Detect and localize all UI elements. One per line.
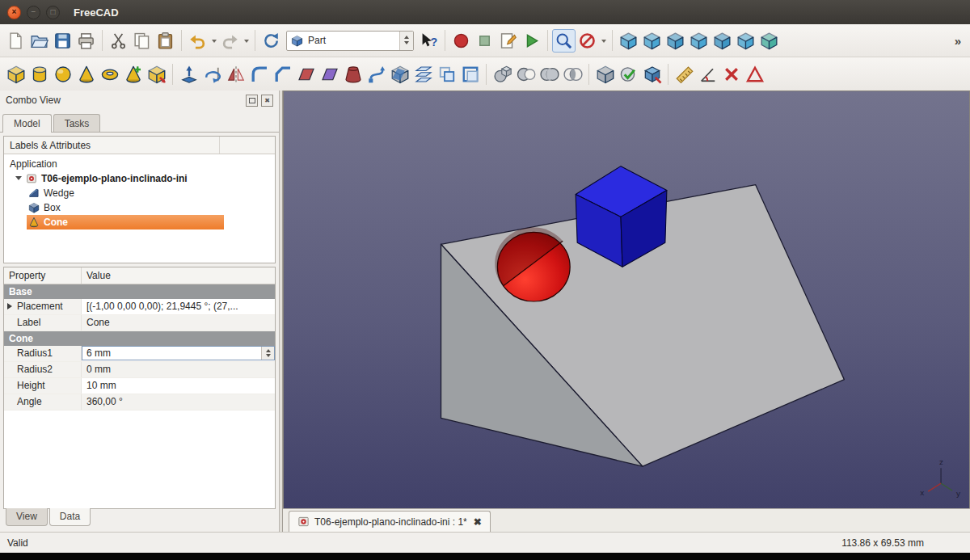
save-button[interactable] (51, 29, 74, 53)
tree-item-box[interactable]: Box (4, 200, 275, 215)
redo-button[interactable] (218, 29, 242, 53)
undo-dropdown[interactable] (209, 29, 218, 53)
box-zoom-button[interactable] (552, 29, 576, 53)
property-row-radius1[interactable]: Radius1 6 mm (4, 346, 275, 362)
radius1-spinbox[interactable]: 6 mm (82, 346, 275, 360)
make-face-button[interactable] (294, 62, 318, 86)
offset-3d-button[interactable] (435, 62, 458, 86)
property-group-base[interactable]: Base (4, 284, 275, 299)
fillet-button[interactable] (247, 62, 271, 86)
view-bottom-button[interactable] (757, 29, 781, 53)
boolean-cut-button[interactable] (514, 62, 538, 86)
mirror-button[interactable] (224, 62, 247, 86)
tree-item-application[interactable]: Application (4, 157, 275, 171)
property-row-height[interactable]: Height 10 mm (4, 378, 275, 394)
create-primitives-button[interactable] (121, 62, 145, 86)
print-button[interactable] (74, 29, 98, 53)
property-row-label[interactable]: Label Cone (4, 315, 275, 331)
tab-tasks[interactable]: Tasks (53, 114, 101, 132)
macro-stop-button[interactable] (473, 29, 496, 53)
3d-view[interactable]: z x y (283, 91, 970, 508)
ruled-surface-button[interactable] (318, 62, 341, 86)
boolean-button[interactable] (491, 62, 514, 86)
view-top-button[interactable] (687, 29, 711, 53)
torus-button[interactable] (98, 62, 121, 86)
document-tab-close-icon[interactable]: ✖ (474, 516, 482, 528)
copy-button[interactable] (130, 29, 154, 53)
property-value[interactable]: 10 mm (82, 378, 275, 394)
measure-linear-button[interactable] (673, 62, 696, 86)
chamfer-button[interactable] (271, 62, 294, 86)
workbench-selector[interactable]: Part (286, 31, 414, 51)
refresh-button[interactable] (259, 29, 283, 53)
spinbox-arrows[interactable] (261, 347, 274, 360)
undo-button[interactable] (186, 29, 209, 53)
boolean-intersection-button[interactable] (561, 62, 584, 86)
measure-angular-button[interactable] (696, 62, 719, 86)
clear-measurement-button[interactable] (719, 62, 743, 86)
new-document-button[interactable] (4, 29, 27, 53)
expand-icon[interactable] (7, 303, 15, 309)
loft-button[interactable] (341, 62, 365, 86)
property-value[interactable]: 360,00 ° (82, 394, 275, 410)
draw-style-dropdown[interactable] (599, 29, 608, 53)
title-bar: × − □ FreeCAD (0, 0, 970, 24)
cylinder-button[interactable] (27, 62, 51, 86)
property-value[interactable]: [(-1,00 0,00 0,00); 21,9445 °; (27,... (82, 299, 275, 314)
check-geometry-button[interactable] (617, 62, 640, 86)
boolean-union-button[interactable] (538, 62, 561, 86)
sweep-button[interactable] (365, 62, 388, 86)
shape-builder-button[interactable] (145, 62, 168, 86)
property-row-radius2[interactable]: Radius2 0 mm (4, 362, 275, 378)
whats-this-button[interactable] (417, 29, 441, 53)
revolve-button[interactable] (200, 62, 224, 86)
spin-down-icon[interactable] (266, 354, 271, 360)
box-button[interactable] (4, 62, 27, 86)
window-minimize-button[interactable]: − (27, 6, 40, 19)
view-fit-all-button[interactable] (617, 29, 640, 53)
property-row-placement[interactable]: Placement [(-1,00 0,00 0,00); 21,9445 °;… (4, 299, 275, 315)
property-group-cone[interactable]: Cone (4, 331, 275, 346)
property-row-angle[interactable]: Angle 360,00 ° (4, 394, 275, 411)
property-value[interactable]: Cone (82, 315, 275, 331)
toggle-delta-button[interactable] (743, 62, 766, 86)
view-isometric-button[interactable] (640, 29, 664, 53)
window-maximize-button[interactable]: □ (46, 6, 60, 19)
spin-up-icon[interactable] (266, 347, 271, 352)
dock-float-button[interactable] (246, 95, 258, 107)
view-right-button[interactable] (711, 29, 734, 53)
tab-model[interactable]: Model (2, 114, 52, 133)
draw-style-button[interactable] (576, 29, 599, 53)
macro-execute-button[interactable] (520, 29, 543, 53)
compound-button[interactable] (593, 62, 617, 86)
tree-item-document[interactable]: T06-ejemplo-plano-inclinado-ini (4, 171, 275, 186)
expander-icon[interactable] (15, 176, 22, 183)
view-rear-button[interactable] (734, 29, 757, 53)
radius1-value[interactable]: 6 mm (82, 347, 261, 359)
sphere-button[interactable] (51, 62, 74, 86)
section-button[interactable] (388, 62, 411, 86)
macro-edit-button[interactable] (496, 29, 520, 53)
cross-sections-button[interactable] (411, 62, 435, 86)
cut-button[interactable] (107, 29, 130, 53)
macro-record-button[interactable] (449, 29, 473, 53)
property-view-tabs: View Data (0, 509, 279, 532)
document-tab[interactable]: T06-ejemplo-plano-inclinado-ini : 1* ✖ (289, 511, 491, 532)
toolbar-overflow-button[interactable]: » (950, 34, 966, 48)
dock-close-button[interactable]: ✖ (261, 95, 273, 107)
view-front-button[interactable] (664, 29, 687, 53)
property-value[interactable]: 0 mm (82, 362, 275, 377)
defeaturing-button[interactable] (640, 62, 664, 86)
tab-view[interactable]: View (6, 508, 48, 526)
tree-item-wedge[interactable]: Wedge (4, 186, 275, 200)
tab-data[interactable]: Data (49, 508, 91, 526)
workbench-spinner[interactable] (399, 32, 413, 50)
window-close-button[interactable]: × (7, 6, 21, 19)
cone-button[interactable] (74, 62, 98, 86)
open-button[interactable] (27, 29, 51, 53)
tree-item-cone[interactable]: Cone (4, 215, 275, 229)
redo-dropdown[interactable] (242, 29, 251, 53)
thickness-button[interactable] (458, 62, 482, 86)
paste-button[interactable] (154, 29, 177, 53)
extrude-button[interactable] (177, 62, 200, 86)
